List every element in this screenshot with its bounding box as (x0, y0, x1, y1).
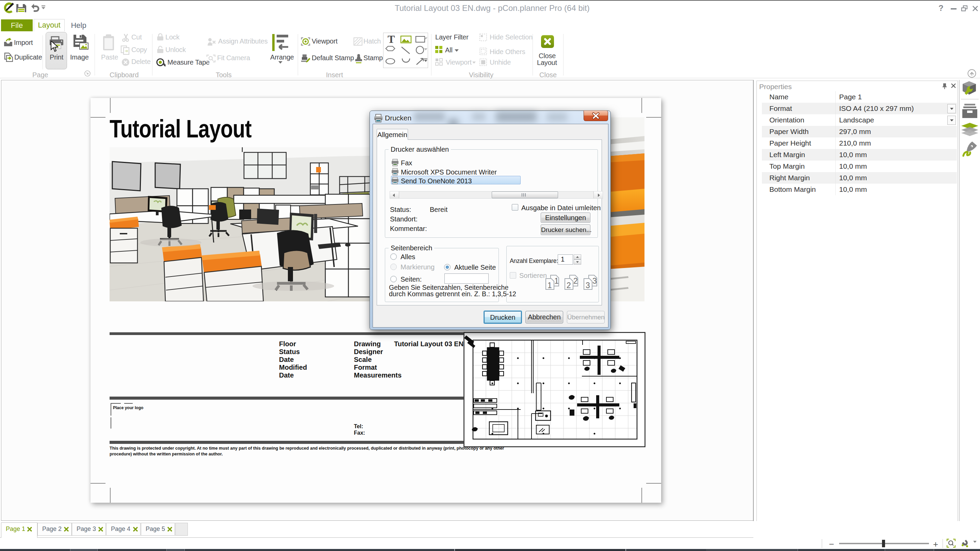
svg-text:1: 1 (554, 276, 559, 285)
svg-text:1: 1 (547, 281, 552, 290)
svg-text:T: T (388, 33, 395, 45)
svg-text:2: 2 (573, 276, 578, 285)
svg-text:2: 2 (566, 281, 571, 290)
svg-text:3: 3 (592, 276, 597, 285)
svg-text:3: 3 (585, 281, 590, 290)
